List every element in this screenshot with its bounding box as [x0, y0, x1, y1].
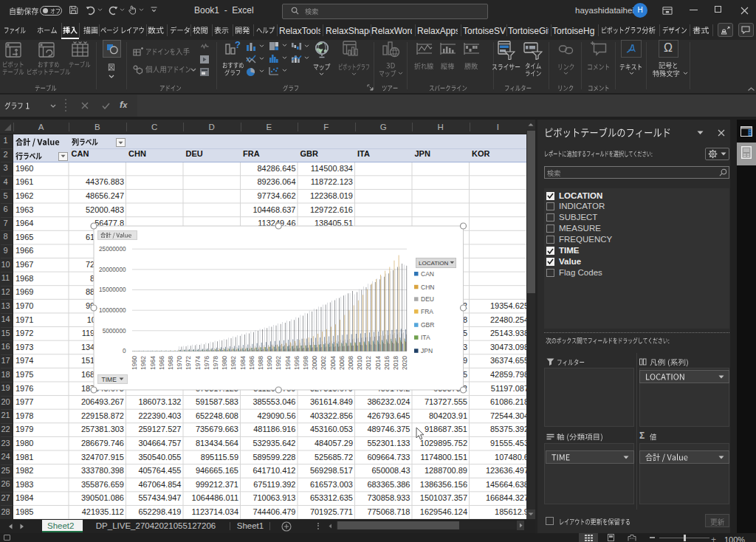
svg-text:2020: 2020	[401, 356, 408, 370]
svg-text:1964: 1964	[149, 356, 157, 370]
svg-text:1976: 1976	[203, 356, 210, 370]
svg-text:1974: 1974	[194, 356, 202, 370]
svg-text:FRA: FRA	[421, 308, 433, 315]
svg-text:2016: 2016	[383, 356, 391, 370]
svg-text:1986: 1986	[248, 356, 255, 370]
svg-text:25000000: 25000000	[99, 246, 126, 253]
svg-text:1996: 1996	[293, 356, 300, 370]
svg-text:1970: 1970	[176, 356, 183, 370]
svg-text:2012: 2012	[365, 356, 372, 370]
svg-text:1984: 1984	[239, 356, 247, 370]
svg-text:2014: 2014	[374, 356, 382, 370]
svg-text:15000000: 15000000	[99, 287, 126, 293]
svg-text:0: 0	[123, 348, 126, 354]
svg-text:2002: 2002	[320, 356, 327, 370]
svg-text:?: ?	[235, 41, 241, 50]
svg-text:2018: 2018	[392, 356, 399, 370]
svg-text:LOCATION: LOCATION	[419, 260, 449, 267]
svg-text:JPN: JPN	[421, 347, 433, 354]
svg-text:1980: 1980	[221, 356, 228, 370]
svg-text:2010: 2010	[356, 356, 363, 370]
svg-text:1982: 1982	[230, 356, 237, 370]
svg-text:CAN: CAN	[421, 270, 434, 278]
svg-text:ITA: ITA	[421, 334, 430, 341]
svg-text:2006: 2006	[338, 356, 346, 370]
svg-text:1972: 1972	[185, 356, 192, 370]
svg-text:DEU: DEU	[421, 295, 434, 303]
svg-text:GBR: GBR	[421, 321, 434, 329]
svg-text:1998: 1998	[302, 356, 309, 370]
svg-text:2008: 2008	[347, 356, 354, 370]
svg-text:2004: 2004	[329, 356, 337, 370]
svg-text:CHN: CHN	[421, 284, 434, 291]
svg-text:1992: 1992	[275, 356, 282, 370]
svg-text:1966: 1966	[158, 356, 165, 370]
svg-text:1990: 1990	[266, 356, 273, 370]
svg-text:1962: 1962	[140, 356, 147, 370]
svg-text:1968: 1968	[167, 356, 174, 370]
svg-text:1978: 1978	[212, 356, 219, 370]
svg-text:1960: 1960	[131, 356, 138, 370]
svg-text:1988: 1988	[257, 356, 264, 370]
svg-text:2000: 2000	[311, 356, 318, 370]
svg-text:10000000: 10000000	[99, 307, 126, 314]
svg-text:TIME: TIME	[102, 376, 117, 383]
svg-text:20000000: 20000000	[99, 267, 126, 273]
svg-text:1994: 1994	[284, 356, 292, 370]
svg-text:5000000: 5000000	[103, 328, 126, 335]
